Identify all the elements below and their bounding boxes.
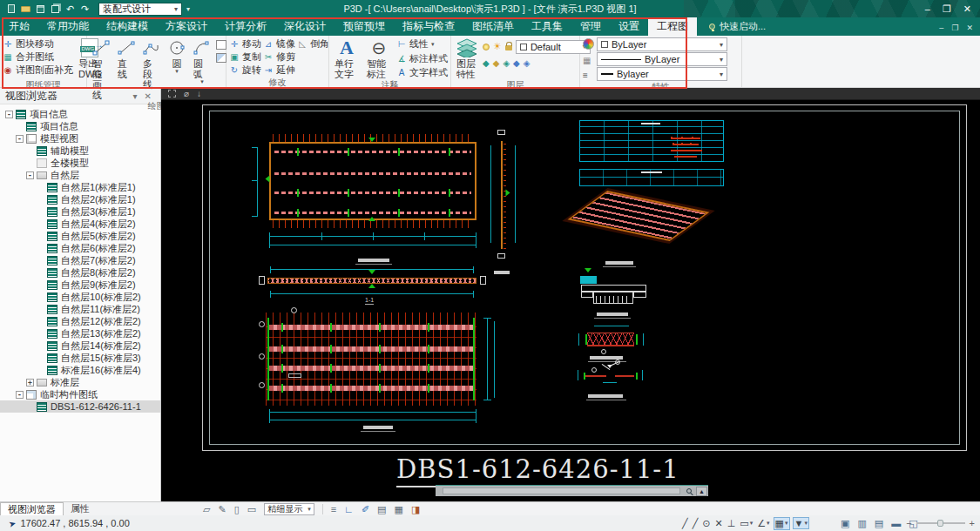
block-move-button[interactable]: ✛图块移动: [3, 37, 73, 50]
move-button[interactable]: ✛移动: [229, 37, 261, 50]
smart-line-button[interactable]: 智能画线: [90, 37, 112, 100]
doc-close-button[interactable]: ✕: [966, 24, 973, 32]
quick-launch[interactable]: 快速启动...: [709, 17, 766, 36]
layer-on-icon[interactable]: [483, 44, 490, 50]
layer-tool-icon[interactable]: ◆: [513, 58, 520, 68]
osnap-icon[interactable]: ⊙: [701, 518, 711, 529]
ribbon-tab[interactable]: 计算分析: [216, 17, 275, 36]
polyline-button[interactable]: 多段线: [140, 37, 163, 90]
arc-button[interactable]: 圆弧 ▾: [191, 37, 213, 84]
save-all-icon[interactable]: [49, 3, 62, 15]
mirror-button[interactable]: ⊿镜像: [263, 37, 295, 50]
tree-item[interactable]: 自然层6(标准层2): [0, 242, 160, 254]
stack-view-icon[interactable]: ▬: [891, 518, 901, 529]
command-input[interactable]: [443, 487, 680, 494]
color-wheel-icon[interactable]: [583, 38, 594, 50]
tree-item[interactable]: 自然层2(标准层1): [0, 193, 160, 205]
workspace-dropdown[interactable]: 装配式设计 ▾: [98, 3, 182, 16]
perpendicular-snap-icon[interactable]: ⊥: [727, 518, 737, 529]
expand-history-button[interactable]: ▲: [696, 487, 707, 496]
layer-dropdown[interactable]: Default ▾: [516, 40, 591, 54]
ortho-icon[interactable]: ╱: [681, 518, 689, 529]
slab-tool-icon[interactable]: ▭: [247, 504, 256, 515]
tree-item[interactable]: 全楼模型: [0, 157, 160, 169]
ribbon-tab[interactable]: 预留预埋: [335, 17, 394, 36]
merge-sheets-button[interactable]: ▦合并图纸: [3, 50, 73, 64]
ribbon-tab[interactable]: 常用功能: [38, 17, 98, 36]
layer-tool-icon[interactable]: ◈: [503, 58, 510, 68]
linetype-icon[interactable]: ▦: [583, 56, 594, 65]
display-mode-dropdown[interactable]: 精细显示 ▾: [264, 503, 314, 515]
tree-item[interactable]: 自然层15(标准层3): [0, 352, 160, 364]
angle-snap-icon[interactable]: ∠▾: [756, 518, 770, 529]
tree-expander[interactable]: +: [26, 379, 34, 386]
layer-thaw-icon[interactable]: ☀: [493, 41, 502, 52]
tree-item[interactable]: 自然层9(标准层2): [0, 279, 160, 291]
snap-cross-icon[interactable]: ✕: [713, 518, 723, 529]
layer-lock-icon[interactable]: [505, 45, 512, 50]
minimize-button[interactable]: –: [925, 3, 930, 15]
undo-icon[interactable]: ↶: [64, 3, 77, 15]
tree-item[interactable]: 自然层13(标准层2): [0, 327, 160, 339]
tree-item[interactable]: - 模型视图: [0, 132, 160, 145]
hatch-tool-icon[interactable]: [216, 53, 226, 63]
pen-tool-icon[interactable]: ✐: [362, 504, 369, 515]
ribbon-tab[interactable]: 工具集: [523, 17, 571, 36]
ribbon-tab[interactable]: 结构建模: [98, 17, 157, 36]
tree-item[interactable]: 辅助模型: [0, 145, 160, 157]
diameter-tool-icon[interactable]: ⌀: [184, 89, 189, 98]
single-line-text-button[interactable]: A 单行文字: [332, 37, 362, 79]
ribbon-tab[interactable]: 指标与检查: [394, 17, 463, 36]
selection-window-icon[interactable]: [168, 90, 176, 97]
tree-item[interactable]: 项目信息: [0, 120, 160, 132]
lineweight-icon[interactable]: ≡: [583, 71, 594, 80]
grid-tool-icon[interactable]: ▦: [395, 504, 403, 515]
restore-button[interactable]: ❐: [943, 3, 951, 15]
ribbon-tab[interactable]: 方案设计: [157, 17, 216, 36]
pan-down-icon[interactable]: ↓: [197, 89, 201, 98]
save-icon[interactable]: [34, 3, 47, 15]
qat-customize-icon[interactable]: ▾: [186, 5, 190, 13]
sheet-tool-icon[interactable]: ▤: [377, 504, 386, 515]
copy-button[interactable]: ▣复制: [229, 50, 261, 64]
line-button[interactable]: 直线: [115, 37, 138, 79]
tree-item[interactable]: 自然层11(标准层2): [0, 303, 160, 315]
ribbon-tab[interactable]: 工程图: [648, 17, 697, 36]
tree-expander[interactable]: -: [16, 391, 24, 399]
ribbon-tab[interactable]: 深化设计: [275, 17, 335, 36]
close-button[interactable]: ✕: [963, 3, 971, 15]
extend-button[interactable]: ⇥延伸: [263, 64, 295, 77]
circle-button[interactable]: 圆 ▾: [166, 37, 188, 73]
panel-bottom-tab[interactable]: 视图浏览器: [0, 502, 64, 516]
chamfer-button[interactable]: ◺倒角: [297, 37, 329, 50]
rectangle-tool-icon[interactable]: [216, 40, 226, 50]
layer-tool-icon[interactable]: ◆: [493, 58, 500, 68]
brush-tool-icon[interactable]: ✎: [218, 504, 226, 515]
zoom-slider[interactable]: [916, 522, 965, 524]
doc-restore-button[interactable]: ❐: [951, 24, 958, 32]
layer-properties-button[interactable]: 图层特性: [454, 37, 480, 79]
layer-tool-icon[interactable]: ◆: [483, 58, 490, 68]
ribbon-tab[interactable]: 设置: [610, 17, 648, 36]
rect-snap-icon[interactable]: ▭▾: [739, 518, 754, 529]
tree-item[interactable]: 自然层7(标准层2): [0, 254, 160, 266]
tree-item[interactable]: 自然层1(标准层1): [0, 181, 160, 193]
redo-icon[interactable]: ↷: [78, 3, 91, 15]
tree-item[interactable]: - 临时构件图纸: [0, 388, 160, 400]
zoom-in-icon[interactable]: +: [970, 518, 975, 528]
tree-item[interactable]: - 自然层: [0, 169, 160, 181]
ribbon-tab[interactable]: 开始: [0, 17, 38, 36]
doc-minimize-button[interactable]: –: [939, 24, 943, 32]
axis-tool-icon[interactable]: ≡: [331, 504, 336, 514]
tree-expander[interactable]: -: [5, 111, 13, 118]
block-tool-icon[interactable]: ◨: [411, 504, 420, 515]
tree-item[interactable]: 自然层8(标准层2): [0, 266, 160, 279]
trim-button[interactable]: ✂修剪: [263, 50, 295, 64]
detail-section-supplement-button[interactable]: ◉详图剖面补充: [3, 64, 73, 77]
tree-item[interactable]: 自然层3(标准层1): [0, 205, 160, 218]
column-tool-icon[interactable]: ▯: [234, 504, 240, 515]
linear-dim-button[interactable]: ⊢线性▾: [396, 37, 448, 50]
tile-view-icon[interactable]: ▤: [875, 518, 883, 529]
tree-item[interactable]: 自然层12(标准层2): [0, 315, 160, 327]
lineweight-dropdown[interactable]: ByLayer ▾: [597, 52, 727, 66]
